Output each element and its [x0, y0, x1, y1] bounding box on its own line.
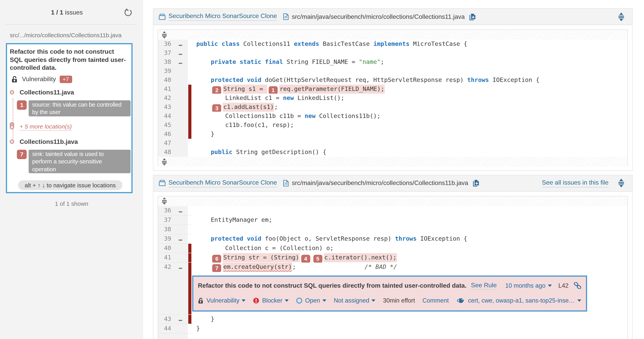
flow-location-badge[interactable]: 7	[212, 264, 222, 272]
code-line-36[interactable]: 36…	[158, 206, 627, 215]
blocker-severity-icon	[253, 297, 260, 304]
code-line-42[interactable]: 42… 7em.createQuery(str); /* BAD */	[158, 262, 627, 272]
code-line-38[interactable]: 38	[158, 225, 627, 234]
inline-issue-box[interactable]: Refactor this code to not construct SQL …	[192, 275, 587, 311]
code-line-39[interactable]: 39… protected void foo(Object o, Servlet…	[158, 234, 627, 244]
stacked-circles-icon	[10, 122, 16, 131]
panel1-file-path: src/main/java/securibench/micro/collecti…	[292, 13, 465, 20]
issue-assignee-dropdown[interactable]: Not assigned	[334, 297, 376, 304]
issues-count: 1 / 1 issues	[51, 9, 83, 16]
more-locations-row[interactable]: + 5 more location(s)	[10, 123, 130, 130]
code-line-46[interactable]: 46 }	[158, 130, 627, 139]
chevron-down-icon	[548, 285, 552, 287]
flow-location-badge[interactable]: 6	[212, 255, 222, 262]
issue-tags-dropdown[interactable]: cert, cwe, owasp-a1, sans-top25-inse…	[457, 297, 581, 304]
code-line-36[interactable]: 36…public class Collections11 extends Ba…	[158, 39, 627, 49]
flow-location-badge[interactable]: 2	[212, 86, 222, 94]
more-locations-link[interactable]: + 5 more location(s)	[20, 123, 72, 130]
code-line-47[interactable]: 47	[158, 139, 627, 148]
location-message[interactable]: source: this value can be controlled by …	[29, 100, 130, 116]
chevron-down-icon	[285, 299, 289, 302]
panel2-file-path: src/main/java/securibench/micro/collecti…	[292, 180, 468, 187]
see-rule-link[interactable]: See Rule	[471, 282, 497, 290]
see-all-issues-link[interactable]: See all issues in this file	[542, 179, 608, 187]
location-index-badge[interactable]: 7	[17, 149, 27, 159]
flow-location-badge[interactable]: 1	[269, 86, 278, 94]
issue-age-dropdown[interactable]: 10 months ago	[505, 282, 552, 289]
project-link[interactable]: Securibench Micro SonarSource Clone	[168, 12, 277, 21]
code-lines[interactable]: 36…public class Collections11 extends Ba…	[158, 39, 627, 157]
issues-sidebar: 1 / 1 issues src/.../micro/collections/C…	[0, 0, 143, 339]
inline-issue-title: Refactor this code to not construct SQL …	[198, 282, 466, 289]
code-line-43[interactable]: 43… }	[158, 315, 627, 324]
expand-above-zone[interactable]	[158, 196, 627, 206]
code-line-45[interactable]: 45 c11b.foo(c1, resp);	[158, 121, 627, 130]
issue-card-selected[interactable]: Refactor this code to not construct SQL …	[6, 43, 132, 193]
code-line-43[interactable]: 43 3c1.addLast(s1);	[158, 103, 627, 112]
location-index-badge[interactable]: 1	[17, 100, 27, 109]
selected-issue-file-path: src/.../micro/collections/Collections11b…	[0, 25, 143, 43]
issue-status-dropdown[interactable]: Open	[296, 297, 326, 304]
code-viewer-collections11: 36…public class Collections11 extends Ba…	[158, 29, 628, 166]
code-viewer-collections11b: 36…37 EntityManager em;3839… protected v…	[158, 196, 628, 339]
pin-file-icon[interactable]	[470, 13, 476, 20]
issue-location-highlight[interactable]: c.iterator().next();	[324, 253, 397, 262]
issue-type-dropdown[interactable]: Vulnerability	[198, 297, 246, 304]
code-line-40[interactable]: 40 protected void doGet(HttpServletReque…	[158, 76, 627, 85]
chevron-down-icon	[577, 299, 581, 302]
code-line-48[interactable]: 48 public String getDescription() {	[158, 148, 627, 157]
expand-file-icon[interactable]	[618, 179, 624, 187]
code-line-41[interactable]: 41 6String str = (String)45c.iterator().…	[158, 253, 627, 262]
flow-location-7[interactable]: 7 sink: tainted value is used to perform…	[10, 149, 130, 173]
project-link[interactable]: Securibench Micro SonarSource Clone	[168, 179, 277, 187]
file-icon	[283, 180, 289, 186]
code-viewers-area: Securibench Micro SonarSource Clone src/…	[143, 0, 644, 339]
issue-effort: 30min effort	[383, 297, 415, 304]
project-icon	[159, 180, 165, 186]
comment-button[interactable]: Comment	[422, 297, 449, 304]
code-line-37[interactable]: 37…	[158, 49, 627, 58]
code-lines[interactable]: 43… }44}	[158, 315, 627, 333]
expand-down-handle-icon[interactable]	[162, 158, 167, 166]
code-line-39[interactable]: 39	[158, 67, 627, 76]
location-message[interactable]: sink: tainted value is used to perform a…	[29, 149, 130, 173]
expand-up-handle-icon[interactable]	[162, 197, 167, 205]
issue-location-highlight[interactable]: c1.addLast(s1)	[223, 103, 274, 112]
code-line-38[interactable]: 38… private static final String FIELD_NA…	[158, 58, 627, 67]
code-line-40[interactable]: 40 Collection c = (Collection) o;	[158, 244, 627, 253]
code-lines[interactable]: 36…37 EntityManager em;3839… protected v…	[158, 206, 627, 272]
open-status-icon	[296, 297, 302, 304]
issue-type-label: Vulnerability	[22, 76, 56, 83]
locations-count-badge[interactable]: +7	[60, 75, 72, 83]
code-line-37[interactable]: 37 EntityManager em;	[158, 215, 627, 225]
expand-up-handle-icon[interactable]	[162, 31, 167, 39]
expand-file-icon[interactable]	[618, 12, 624, 21]
reload-icon[interactable]	[124, 8, 132, 17]
code-line-44[interactable]: 44}	[158, 324, 627, 333]
expand-below-zone[interactable]	[158, 157, 627, 167]
flow-location-1[interactable]: 1 source: this value can be controlled b…	[10, 100, 130, 116]
pin-file-icon[interactable]	[473, 180, 479, 187]
flow-file-circle-icon	[10, 139, 14, 144]
tags-icon	[457, 297, 465, 304]
code-line-42[interactable]: 42 LinkedList c1 = new LinkedList();	[158, 94, 627, 103]
issue-severity-dropdown[interactable]: Blocker	[253, 297, 289, 304]
flow-location-badge[interactable]: 5	[313, 255, 322, 262]
code-line-44[interactable]: 44 Collections11b c11b = new Collections…	[158, 112, 627, 121]
issue-location-highlight[interactable]: String str = (String)	[223, 253, 300, 262]
flow-location-badge[interactable]: 3	[212, 104, 222, 112]
issue-location-highlight[interactable]: String s1 =	[223, 85, 267, 94]
keyboard-shortcut-hint: alt + ↑ ↓ to navigate issue locations	[18, 180, 122, 190]
sidebar-header: 1 / 1 issues	[0, 0, 143, 25]
issue-location-highlight[interactable]: req.getParameter(FIELD_NAME);	[279, 85, 385, 94]
permalink-icon[interactable]	[574, 282, 581, 289]
file-icon	[283, 13, 289, 20]
code-panel-collections11: Securibench Micro SonarSource Clone src/…	[153, 8, 632, 171]
sonarqube-issues-page: 1 / 1 issues src/.../micro/collections/C…	[0, 0, 644, 339]
issue-line-ref: L42	[558, 282, 568, 289]
issue-location-highlight[interactable]: em.createQuery(str)	[223, 262, 292, 271]
flow-location-badge[interactable]: 4	[301, 255, 310, 262]
code-line-41[interactable]: 41 2String s1 = 1req.getParameter(FIELD_…	[158, 85, 627, 94]
expand-above-zone[interactable]	[158, 30, 627, 39]
chevron-down-icon	[322, 299, 326, 302]
